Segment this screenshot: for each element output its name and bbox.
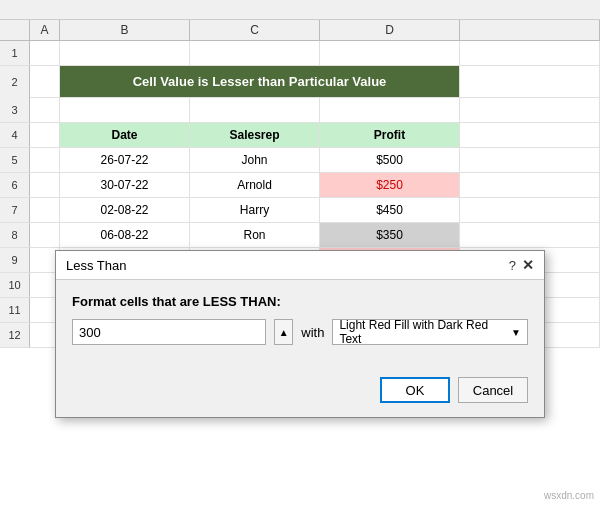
less-than-dialog: Less Than ? ✕ Format cells that are LESS… [55, 250, 545, 418]
cell-e6 [460, 173, 600, 197]
table-row: 1 [0, 41, 600, 66]
table-row: 8 06-08-22 Ron $350 [0, 223, 600, 248]
close-button[interactable]: ✕ [522, 257, 534, 273]
cell-c5: John [190, 148, 320, 172]
cell-c6: Arnold [190, 173, 320, 197]
col-headers: A B C D [0, 20, 600, 41]
cell-b6: 30-07-22 [60, 173, 190, 197]
row-num-7: 7 [0, 198, 30, 222]
cell-b5: 26-07-22 [60, 148, 190, 172]
cell-e5 [460, 148, 600, 172]
dialog-body: Format cells that are LESS THAN: ▲ with … [56, 280, 544, 373]
cell-b8: 06-08-22 [60, 223, 190, 247]
cell-a3 [30, 98, 60, 122]
spreadsheet: A B C D 1 2 Cell Value is Lesser than Pa… [0, 0, 600, 505]
row-num-5: 5 [0, 148, 30, 172]
row-num-2: 2 [0, 66, 30, 98]
cell-e2 [460, 66, 600, 98]
header-profit: Profit [320, 123, 460, 147]
header-date: Date [60, 123, 190, 147]
header-salesrep: Salesrep [190, 123, 320, 147]
cell-b7: 02-08-22 [60, 198, 190, 222]
cell-a8 [30, 223, 60, 247]
formula-bar [0, 0, 600, 20]
col-header-c: C [190, 20, 320, 40]
cell-d8: $350 [320, 223, 460, 247]
col-header-e [460, 20, 600, 40]
cell-a5 [30, 148, 60, 172]
dialog-title-controls: ? ✕ [509, 257, 534, 273]
cell-b3 [60, 98, 190, 122]
corner-cell [0, 20, 30, 40]
cell-a7 [30, 198, 60, 222]
chevron-down-icon: ▼ [511, 327, 521, 338]
spreadsheet-title: Cell Value is Lesser than Particular Val… [60, 66, 460, 97]
row-num-1: 1 [0, 41, 30, 65]
cell-b1 [60, 41, 190, 65]
dialog-footer: OK Cancel [56, 373, 544, 417]
cell-a2 [30, 66, 60, 98]
cancel-button[interactable]: Cancel [458, 377, 528, 403]
dialog-input-row: ▲ with Light Red Fill with Dark Red Text… [72, 319, 528, 345]
dialog-instruction-label: Format cells that are LESS THAN: [72, 294, 528, 309]
help-button[interactable]: ? [509, 258, 516, 273]
row-num-6: 6 [0, 173, 30, 197]
cell-d7: $450 [320, 198, 460, 222]
ok-button[interactable]: OK [380, 377, 450, 403]
with-label: with [301, 325, 324, 340]
col-header-d: D [320, 20, 460, 40]
watermark: wsxdn.com [544, 490, 594, 501]
cell-e4 [460, 123, 600, 147]
table-row: 7 02-08-22 Harry $450 [0, 198, 600, 223]
title-row: 2 Cell Value is Lesser than Particular V… [0, 66, 600, 98]
table-row: 5 26-07-22 John $500 [0, 148, 600, 173]
row-num-10: 10 [0, 273, 30, 297]
cell-e7 [460, 198, 600, 222]
format-dropdown[interactable]: Light Red Fill with Dark Red Text ▼ [332, 319, 528, 345]
col-header-b: B [60, 20, 190, 40]
cell-c8: Ron [190, 223, 320, 247]
cell-c3 [190, 98, 320, 122]
table-row: 6 30-07-22 Arnold $250 [0, 173, 600, 198]
cell-a6 [30, 173, 60, 197]
cell-d5: $500 [320, 148, 460, 172]
row-num-4: 4 [0, 123, 30, 147]
cell-d1 [320, 41, 460, 65]
cell-a4 [30, 123, 60, 147]
cell-d3 [320, 98, 460, 122]
cell-a1 [30, 41, 60, 65]
dialog-title: Less Than [66, 258, 126, 273]
cell-d6: $250 [320, 173, 460, 197]
cell-e1 [460, 41, 600, 65]
table-row: 3 [0, 98, 600, 123]
format-dropdown-value: Light Red Fill with Dark Red Text [339, 318, 507, 346]
cell-c1 [190, 41, 320, 65]
row-num-9: 9 [0, 248, 30, 272]
row-num-3: 3 [0, 98, 30, 122]
row-num-12: 12 [0, 323, 30, 347]
cell-c7: Harry [190, 198, 320, 222]
cell-e8 [460, 223, 600, 247]
input-up-button[interactable]: ▲ [274, 319, 293, 345]
col-header-a: A [30, 20, 60, 40]
row-num-8: 8 [0, 223, 30, 247]
value-input[interactable] [72, 319, 266, 345]
row-num-11: 11 [0, 298, 30, 322]
cell-e3 [460, 98, 600, 122]
header-row: 4 Date Salesrep Profit [0, 123, 600, 148]
dialog-titlebar: Less Than ? ✕ [56, 251, 544, 280]
